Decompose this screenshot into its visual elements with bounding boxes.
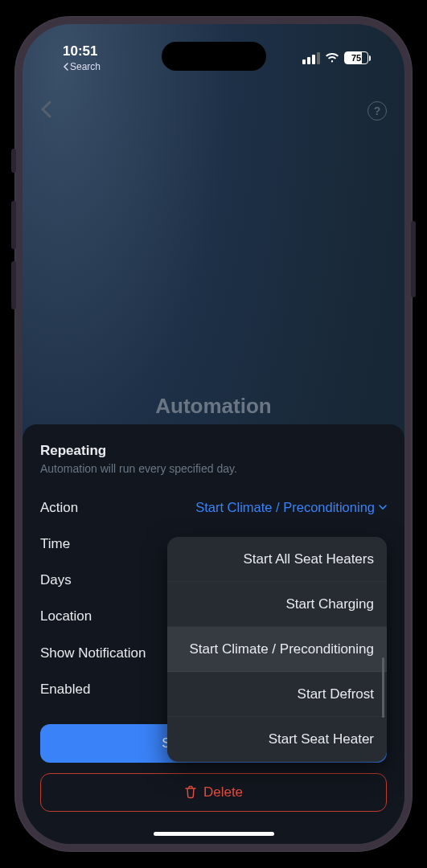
breadcrumb-back[interactable]: Search xyxy=(63,61,101,72)
trash-icon xyxy=(184,785,197,799)
chevron-left-icon xyxy=(40,100,51,118)
battery-level: 75 xyxy=(351,53,361,63)
dropdown-item-label: Start All Seat Heaters xyxy=(243,551,374,567)
screen: 10:51 Search 75 ? xyxy=(23,24,404,844)
phone-frame: 10:51 Search 75 ? xyxy=(14,16,413,852)
row-action-label: Action xyxy=(40,500,78,516)
dropdown-scrollbar[interactable] xyxy=(382,657,384,718)
home-indicator[interactable] xyxy=(154,832,274,836)
section-title: Repeating xyxy=(40,443,387,459)
dropdown-item[interactable]: Start Charging xyxy=(167,582,387,627)
dropdown-item[interactable]: Start Seat Heater xyxy=(167,717,387,762)
phone-side-button xyxy=(11,149,16,173)
row-time-label: Time xyxy=(40,536,70,552)
action-dropdown[interactable]: Start All Seat Heaters Start Charging St… xyxy=(167,537,387,762)
dropdown-item[interactable]: Start Defrost xyxy=(167,672,387,717)
row-days-label: Days xyxy=(40,572,72,588)
nav-row: ? xyxy=(23,95,404,127)
row-action-value-text: Start Climate / Preconditioning xyxy=(195,500,375,515)
delete-label: Delete xyxy=(203,784,243,800)
battery-indicator: 75 xyxy=(344,51,371,64)
row-show-notification-label: Show Notification xyxy=(40,645,146,661)
chevron-down-icon xyxy=(379,505,387,510)
status-time: 10:51 xyxy=(63,43,97,59)
section-subtitle: Automation will run every specified day. xyxy=(40,462,387,475)
dropdown-item-selected[interactable]: Start Climate / Preconditioning xyxy=(167,627,387,672)
phone-side-button xyxy=(11,201,16,249)
phone-side-button xyxy=(11,261,16,309)
delete-button[interactable]: Delete xyxy=(40,773,387,812)
dropdown-item-label: Start Seat Heater xyxy=(269,731,374,747)
back-button[interactable] xyxy=(40,99,51,124)
dropdown-item-label: Start Defrost xyxy=(298,686,374,702)
wifi-icon xyxy=(325,52,339,63)
chevron-left-icon xyxy=(63,63,68,71)
row-action-value[interactable]: Start Climate / Preconditioning xyxy=(195,500,387,515)
cellular-signal-icon xyxy=(302,52,320,64)
page-title: Automation xyxy=(23,394,404,419)
dropdown-item-label: Start Climate / Preconditioning xyxy=(189,641,374,657)
dropdown-item-label: Start Charging xyxy=(285,596,374,612)
dynamic-island xyxy=(162,42,266,71)
help-button[interactable]: ? xyxy=(367,101,387,121)
dropdown-item[interactable]: Start All Seat Heaters xyxy=(167,537,387,582)
row-enabled-label: Enabled xyxy=(40,682,90,698)
breadcrumb-back-label: Search xyxy=(70,61,101,72)
row-action[interactable]: Action Start Climate / Preconditioning xyxy=(40,489,387,526)
phone-side-button xyxy=(411,221,416,297)
row-location-label: Location xyxy=(40,608,92,624)
